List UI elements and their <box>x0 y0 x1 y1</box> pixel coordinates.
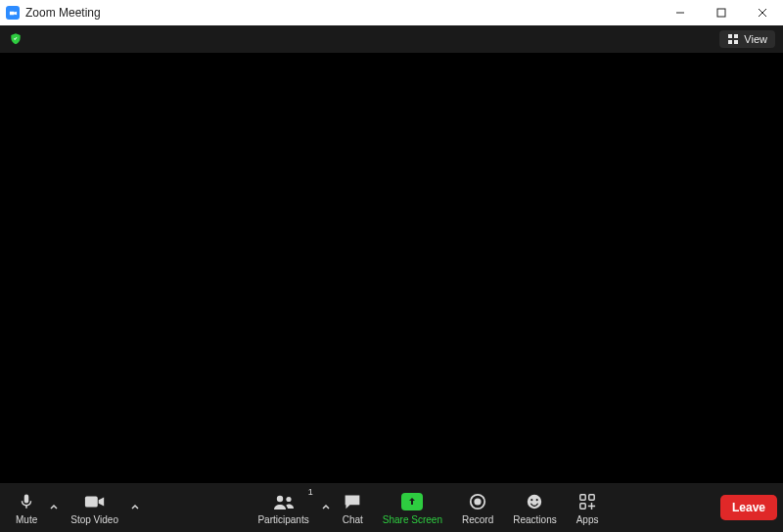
apps-label: Apps <box>576 514 599 525</box>
view-label: View <box>744 33 767 45</box>
reactions-button[interactable]: Reactions <box>503 485 566 530</box>
window-titlebar: Zoom Meeting <box>0 0 783 25</box>
encryption-shield-icon[interactable] <box>8 31 23 47</box>
view-button[interactable]: View <box>719 30 775 48</box>
leave-button[interactable]: Leave <box>720 495 777 520</box>
svg-point-9 <box>276 495 282 501</box>
chat-button[interactable]: Chat <box>333 485 373 530</box>
participants-icon <box>272 491 296 512</box>
record-button[interactable]: Record <box>452 485 503 530</box>
svg-point-10 <box>286 496 291 501</box>
apps-icon <box>578 491 596 512</box>
grid-icon <box>727 33 739 45</box>
mute-label: Mute <box>16 514 37 525</box>
chat-icon <box>343 491 362 512</box>
stop-video-label: Stop Video <box>70 514 118 525</box>
svg-rect-5 <box>734 34 738 38</box>
share-screen-icon <box>401 491 423 512</box>
window-close-button[interactable] <box>742 0 783 25</box>
window-title: Zoom Meeting <box>25 6 101 20</box>
svg-point-12 <box>475 498 482 505</box>
participants-options-caret[interactable] <box>319 485 333 530</box>
svg-rect-1 <box>717 9 725 17</box>
microphone-icon <box>18 491 35 512</box>
meeting-top-strip: View <box>0 25 783 53</box>
participants-label: Participants <box>257 514 308 525</box>
svg-point-14 <box>531 499 533 501</box>
svg-rect-17 <box>589 494 594 499</box>
reactions-label: Reactions <box>513 514 556 525</box>
apps-button[interactable]: Apps <box>567 485 609 530</box>
window-maximize-button[interactable] <box>701 0 742 25</box>
share-screen-button[interactable]: Share Screen <box>373 485 452 530</box>
window-minimize-button[interactable] <box>660 0 701 25</box>
svg-point-15 <box>536 499 538 501</box>
zoom-app-icon <box>6 6 20 20</box>
record-icon <box>469 491 486 512</box>
mute-button[interactable]: Mute <box>6 485 47 530</box>
participants-count: 1 <box>308 487 313 497</box>
meeting-window: View Mute Stop Video 1 P <box>0 25 783 532</box>
share-screen-label: Share Screen <box>383 514 442 525</box>
svg-rect-7 <box>734 40 738 44</box>
stop-video-button[interactable]: Stop Video <box>61 485 128 530</box>
svg-rect-16 <box>580 494 585 499</box>
video-camera-icon <box>84 491 106 512</box>
video-options-caret[interactable] <box>128 485 142 530</box>
svg-rect-18 <box>580 503 585 508</box>
svg-rect-6 <box>728 40 732 44</box>
mute-options-caret[interactable] <box>47 485 61 530</box>
chat-label: Chat <box>343 514 363 525</box>
record-label: Record <box>462 514 493 525</box>
video-area <box>0 53 783 483</box>
participants-button[interactable]: 1 Participants <box>248 485 318 530</box>
reactions-icon <box>526 491 543 512</box>
meeting-toolbar: Mute Stop Video 1 Participants <box>0 483 783 532</box>
svg-rect-8 <box>85 496 98 507</box>
svg-rect-4 <box>728 34 732 38</box>
